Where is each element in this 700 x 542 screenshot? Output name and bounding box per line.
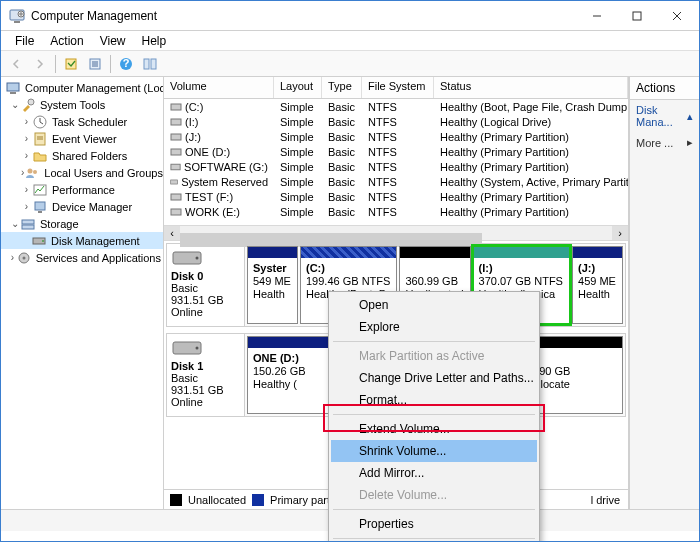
app-icon <box>9 8 25 24</box>
tree-item-task-scheduler[interactable]: ›Task Scheduler <box>1 113 163 130</box>
legend-unallocated: Unallocated <box>188 494 246 506</box>
svg-rect-9 <box>151 59 156 69</box>
ctx-format[interactable]: Format... <box>331 389 537 411</box>
ctx-explore[interactable]: Explore <box>331 316 537 338</box>
window-title: Computer Management <box>31 9 577 23</box>
tree-item-event-viewer[interactable]: ›Event Viewer <box>1 130 163 147</box>
computer-icon <box>5 80 21 96</box>
tree-item-shared-folders[interactable]: ›Shared Folders <box>1 147 163 164</box>
context-menu[interactable]: OpenExploreMark Partition as ActiveChang… <box>328 291 540 542</box>
layout-button[interactable] <box>139 53 161 75</box>
volume-icon <box>170 101 182 113</box>
volume-list[interactable]: (C:)SimpleBasicNTFSHealthy (Boot, Page F… <box>164 99 628 225</box>
services-icon <box>16 250 32 266</box>
tree-item-device-manager[interactable]: ›Device Manager <box>1 198 163 215</box>
volume-icon <box>170 206 182 218</box>
col-volume[interactable]: Volume <box>164 77 274 98</box>
minimize-button[interactable] <box>577 2 617 30</box>
volume-row[interactable]: WORK (E:)SimpleBasicNTFSHealthy (Primary… <box>164 204 628 219</box>
device-icon <box>32 199 48 215</box>
menu-bar: File Action View Help <box>1 31 699 51</box>
volume-header[interactable]: Volume Layout Type File System Status <box>164 77 628 99</box>
refresh-button[interactable] <box>60 53 82 75</box>
partition[interactable]: (J:)459 MEHealth <box>572 246 623 324</box>
collapse-icon[interactable]: ⌄ <box>9 99 20 110</box>
svg-point-35 <box>196 257 199 260</box>
actions-disk-mgmt[interactable]: Disk Mana... ▴ <box>630 100 699 132</box>
legend-swatch-primary <box>252 494 264 506</box>
storage-icon <box>20 216 36 232</box>
disk-icon <box>171 338 203 358</box>
collapse-icon[interactable]: ⌄ <box>9 218 20 229</box>
svg-text:?: ? <box>123 57 130 69</box>
expand-icon[interactable]: › <box>21 116 32 127</box>
svg-rect-19 <box>38 211 42 213</box>
volume-row[interactable]: ONE (D:)SimpleBasicNTFSHealthy (Primary … <box>164 144 628 159</box>
svg-rect-1 <box>14 21 20 23</box>
volume-row[interactable]: TEST (F:)SimpleBasicNTFSHealthy (Primary… <box>164 189 628 204</box>
scroll-thumb[interactable] <box>180 233 482 247</box>
ctx-properties[interactable]: Properties <box>331 513 537 535</box>
svg-rect-4 <box>66 59 76 69</box>
tree-root[interactable]: Computer Management (Local <box>1 79 163 96</box>
scroll-right-icon[interactable]: › <box>612 226 628 240</box>
tree-system-tools[interactable]: ⌄ System Tools <box>1 96 163 113</box>
svg-rect-28 <box>171 134 181 140</box>
svg-rect-8 <box>144 59 149 69</box>
ctx-extend-volume[interactable]: Extend Volume... <box>331 418 537 440</box>
svg-rect-31 <box>171 179 178 183</box>
actions-more[interactable]: More ... ▸ <box>630 132 699 153</box>
col-status[interactable]: Status <box>434 77 628 98</box>
menu-help[interactable]: Help <box>134 32 175 50</box>
expand-icon[interactable]: › <box>21 133 32 144</box>
expand-icon[interactable]: › <box>21 150 32 161</box>
ctx-add-mirror[interactable]: Add Mirror... <box>331 462 537 484</box>
volume-row[interactable]: (J:)SimpleBasicNTFSHealthy (Primary Part… <box>164 129 628 144</box>
volume-row[interactable]: System ReservedSimpleBasicNTFSHealthy (S… <box>164 174 628 189</box>
volume-icon <box>170 146 182 158</box>
expand-icon[interactable]: › <box>21 201 32 212</box>
col-type[interactable]: Type <box>322 77 362 98</box>
h-scrollbar[interactable]: ‹ › <box>164 225 628 241</box>
menu-view[interactable]: View <box>92 32 134 50</box>
nav-tree[interactable]: Computer Management (Local ⌄ System Tool… <box>1 77 164 509</box>
svg-rect-21 <box>22 225 34 229</box>
partition[interactable]: Syster549 MEHealth <box>247 246 298 324</box>
svg-point-37 <box>196 347 199 350</box>
tree-storage[interactable]: ⌄ Storage <box>1 215 163 232</box>
ctx-delete-volume: Delete Volume... <box>331 484 537 506</box>
menu-action[interactable]: Action <box>42 32 91 50</box>
volume-row[interactable]: SOFTWARE (G:)SimpleBasicNTFSHealthy (Pri… <box>164 159 628 174</box>
col-layout[interactable]: Layout <box>274 77 322 98</box>
close-button[interactable] <box>657 2 697 30</box>
svg-rect-10 <box>7 83 19 91</box>
toolbar: ? <box>1 51 699 77</box>
ctx-open[interactable]: Open <box>331 294 537 316</box>
expand-icon[interactable]: › <box>9 252 16 263</box>
legend-primary: Primary parti <box>270 494 332 506</box>
maximize-button[interactable] <box>617 2 657 30</box>
col-fs[interactable]: File System <box>362 77 434 98</box>
volume-row[interactable]: (I:)SimpleBasicNTFSHealthy (Logical Driv… <box>164 114 628 129</box>
svg-point-25 <box>22 256 25 259</box>
help-button[interactable]: ? <box>115 53 137 75</box>
svg-rect-27 <box>171 119 181 125</box>
menu-file[interactable]: File <box>7 32 42 50</box>
legend-logical: l drive <box>591 494 628 506</box>
title-bar: Computer Management <box>1 1 699 31</box>
tree-services[interactable]: › Services and Applications <box>1 249 163 266</box>
scroll-left-icon[interactable]: ‹ <box>164 226 180 240</box>
svg-rect-20 <box>22 220 34 224</box>
expand-icon[interactable]: › <box>21 184 32 195</box>
svg-rect-18 <box>35 202 45 210</box>
ctx-change-drive-letter-and-paths[interactable]: Change Drive Letter and Paths... <box>331 367 537 389</box>
volume-row[interactable]: (C:)SimpleBasicNTFSHealthy (Boot, Page F… <box>164 99 628 114</box>
tree-item-performance[interactable]: ›Performance <box>1 181 163 198</box>
ctx-shrink-volume[interactable]: Shrink Volume... <box>331 440 537 462</box>
users-icon <box>24 165 40 181</box>
options-button[interactable] <box>84 53 106 75</box>
tree-item-local-users-and-groups[interactable]: ›Local Users and Groups <box>1 164 163 181</box>
tree-disk-management[interactable]: Disk Management <box>1 232 163 249</box>
folder-icon <box>32 148 48 164</box>
svg-point-15 <box>28 168 33 173</box>
